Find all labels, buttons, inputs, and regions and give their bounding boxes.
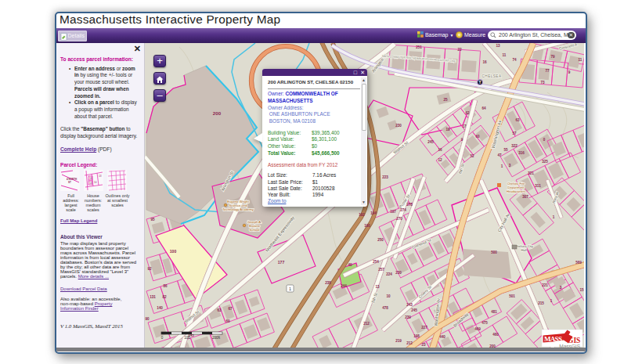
svg-text:73: 73: [540, 81, 545, 85]
svg-text:11: 11: [503, 53, 507, 57]
svg-text:63: 63: [217, 308, 222, 312]
svg-text:1: 1: [550, 299, 553, 303]
svg-text:177: 177: [278, 260, 285, 265]
svg-text:25: 25: [443, 98, 448, 102]
svg-text:MassGIS: MassGIS: [559, 343, 580, 348]
svg-text:13: 13: [496, 44, 500, 48]
svg-text:198: 198: [413, 334, 420, 338]
svg-text:140: 140: [157, 306, 163, 310]
svg-text:239: 239: [405, 315, 411, 319]
svg-text:500: 500: [491, 250, 497, 254]
svg-text:469: 469: [474, 327, 481, 331]
svg-text:321: 321: [528, 171, 534, 175]
svg-text:ST: ST: [68, 181, 71, 184]
svg-text:10: 10: [94, 181, 97, 184]
svg-text:90: 90: [145, 317, 150, 321]
svg-text:257: 257: [378, 268, 384, 272]
svg-text:0: 0: [161, 336, 164, 340]
svg-text:19: 19: [445, 128, 450, 132]
svg-text:190: 190: [364, 224, 370, 228]
svg-text:17: 17: [462, 124, 467, 128]
svg-text:481: 481: [491, 310, 497, 314]
svg-text:T: T: [478, 80, 481, 85]
svg-text:243: 243: [406, 303, 413, 307]
svg-text:12: 12: [438, 158, 442, 162]
svg-text:200: 200: [489, 344, 496, 348]
svg-text:13: 13: [99, 175, 102, 178]
svg-text:14: 14: [89, 182, 92, 185]
svg-text:440: 440: [439, 335, 445, 339]
svg-text:69: 69: [225, 319, 230, 323]
svg-text:278: 278: [406, 203, 413, 207]
svg-text:82: 82: [162, 295, 167, 299]
svg-text:200: 200: [213, 110, 222, 116]
svg-text:192: 192: [359, 213, 365, 217]
svg-text:1: 1: [289, 287, 291, 291]
svg-text:230: 230: [395, 124, 402, 128]
svg-text:478: 478: [382, 306, 388, 310]
svg-text:197: 197: [390, 210, 396, 214]
svg-text:224: 224: [386, 272, 392, 276]
svg-text:254: 254: [373, 260, 379, 264]
svg-text:244: 244: [341, 284, 347, 288]
svg-text:0: 0: [543, 138, 546, 142]
svg-text:16: 16: [482, 60, 487, 64]
svg-text:9: 9: [461, 138, 463, 142]
svg-text:227: 227: [421, 326, 427, 330]
svg-text:MASS: MASS: [544, 335, 562, 343]
svg-text:274: 274: [400, 208, 406, 212]
svg-text:60: 60: [475, 135, 480, 139]
svg-text:9: 9: [568, 70, 571, 74]
svg-text:311: 311: [535, 184, 541, 188]
svg-text:316: 316: [518, 151, 525, 155]
svg-text:11: 11: [579, 58, 582, 62]
svg-text:212: 212: [363, 322, 370, 326]
svg-text:47: 47: [497, 153, 502, 157]
svg-text:79: 79: [550, 55, 555, 59]
svg-text:100: 100: [184, 336, 190, 340]
svg-text:322: 322: [511, 144, 518, 148]
svg-text:10: 10: [386, 294, 391, 298]
svg-text:22: 22: [457, 48, 462, 52]
svg-text:77: 77: [545, 69, 550, 73]
svg-text:325: 325: [542, 160, 548, 164]
svg-text:475: 475: [482, 321, 488, 325]
svg-text:245: 245: [427, 140, 434, 144]
svg-text:40: 40: [348, 263, 352, 267]
svg-text:131: 131: [150, 295, 156, 299]
svg-text:238: 238: [325, 281, 331, 285]
svg-text:74: 74: [512, 58, 517, 62]
svg-text:569: 569: [575, 261, 582, 265]
svg-text:15: 15: [579, 288, 584, 292]
svg-text:16: 16: [438, 148, 442, 152]
svg-text:250: 250: [377, 238, 384, 242]
svg-text:1: 1: [501, 164, 503, 168]
svg-text:School: School: [250, 228, 260, 232]
svg-text:251: 251: [416, 45, 422, 49]
svg-text:3: 3: [509, 164, 511, 168]
svg-text:200ft: 200ft: [212, 336, 221, 340]
svg-text:86: 86: [163, 284, 168, 288]
svg-text:212: 212: [406, 341, 413, 345]
svg-text:3: 3: [560, 286, 562, 290]
svg-text:23: 23: [421, 343, 426, 347]
svg-text:13: 13: [375, 285, 380, 289]
svg-text:67: 67: [228, 307, 233, 311]
svg-text:95: 95: [150, 218, 155, 222]
svg-text:501: 501: [509, 294, 515, 298]
svg-text:230: 230: [395, 271, 402, 275]
svg-text:CHELSEA: CHELSEA: [482, 74, 502, 78]
svg-text:55: 55: [503, 148, 508, 152]
svg-text:57: 57: [512, 132, 517, 135]
svg-text:245: 245: [411, 308, 417, 312]
svg-text:64: 64: [482, 106, 486, 110]
svg-text:62: 62: [465, 111, 470, 115]
svg-text:221: 221: [542, 283, 548, 287]
svg-text:1: 1: [553, 215, 555, 219]
svg-text:215: 215: [538, 301, 544, 305]
svg-text:194: 194: [370, 211, 377, 215]
svg-text:100: 100: [170, 249, 177, 254]
svg-text:219: 219: [395, 339, 402, 343]
svg-text:52: 52: [470, 154, 474, 158]
svg-text:Hall: Hall: [521, 248, 526, 252]
